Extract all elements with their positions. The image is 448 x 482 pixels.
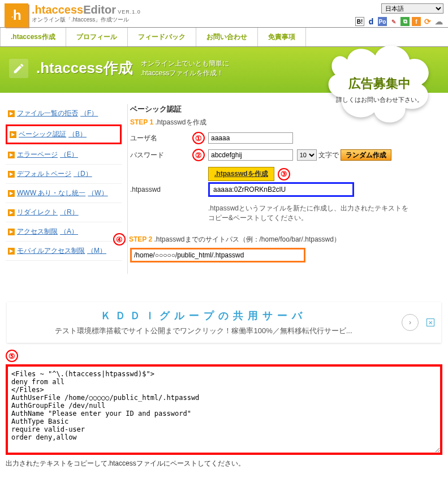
output-textarea[interactable]: <Files ~ "^\.(htaccess|htpasswd)$"> deny… <box>6 364 442 455</box>
sidebar-item-label: アクセス制限 <box>17 227 58 236</box>
logo-subtitle: オンライン版「.htaccess」作成ツール <box>32 16 141 23</box>
htpasswd-label: .htpasswd <box>130 186 192 193</box>
sidebar-hotkey: （W） <box>88 188 107 198</box>
sidebar-item-label: ファイル一覧の拒否 <box>17 109 78 118</box>
nav-htaccess[interactable]: .htaccess作成 <box>0 28 66 46</box>
step1-desc: .htpasswdを作成 <box>155 118 206 126</box>
sidebar-item-label: リダイレクト <box>17 208 58 217</box>
generate-htpasswd-button[interactable]: .htpasswdを作成 <box>208 167 274 181</box>
sidebar-hotkey: （M） <box>87 246 106 256</box>
sidebar-item-label: エラーページ <box>17 150 58 160</box>
length-select[interactable]: 10 <box>297 149 317 161</box>
banner-title: .htaccess作成 <box>36 58 133 78</box>
ad-sub: 詳しくはお問い合わせ下さい。 <box>336 96 423 104</box>
arrow-icon: ▶ <box>8 229 15 235</box>
password-input[interactable] <box>208 149 293 161</box>
ad-cloud[interactable]: 広告募集中 詳しくはお問い合わせ下さい。 <box>326 44 433 132</box>
sidebar-item-www[interactable]: ▶ WWW あり・なし統一 （W） <box>6 184 122 203</box>
annotation-1: ① <box>192 132 205 144</box>
language-select[interactable]: 日本語 <box>381 3 443 14</box>
share-icons: B! d Po ✎ ⧉ f ⟳ ☁ <box>355 17 443 26</box>
po-icon[interactable]: Po <box>378 17 387 26</box>
sidebar-item-label: ベーシック認証 <box>19 130 66 139</box>
sidebar-item-label: デフォルトページ <box>17 169 71 179</box>
ad-banner[interactable]: ＫＤＤＩグループの共用サーバ テスト環境標準搭載でサイト公開までワンクリック！稼… <box>7 302 441 343</box>
sidebar-hotkey: （B） <box>68 130 87 139</box>
arrow-icon: ▶ <box>8 152 15 158</box>
logo-h-icon: .h <box>5 3 28 27</box>
banner-sub2: .htaccessファイルを作成！ <box>141 68 229 78</box>
delicious-icon[interactable]: d <box>367 17 376 26</box>
edit-icon[interactable]: ✎ <box>389 17 398 26</box>
hatena-icon[interactable]: B! <box>355 17 364 26</box>
arrow-icon: ▶ <box>10 131 16 138</box>
annotation-2: ② <box>192 149 205 161</box>
sidebar-item-error-page[interactable]: ▶ エラーページ （E） <box>6 145 122 165</box>
step1-label: STEP 1 <box>130 118 153 126</box>
sidebar-item-redirect[interactable]: ▶ リダイレクト （R） <box>6 203 122 222</box>
username-input[interactable] <box>208 132 293 144</box>
logo-htaccess: .htaccess <box>32 3 83 16</box>
share-icon[interactable]: ⧉ <box>400 17 410 26</box>
sidebar-item-label: WWW あり・なし統一 <box>17 188 85 198</box>
ad-banner-title: ＫＤＤＩグループの共用サーバ <box>14 309 394 322</box>
reddit-icon[interactable]: ☁ <box>434 17 443 26</box>
arrow-icon: ▶ <box>8 171 15 178</box>
sidebar-hotkey: （E） <box>60 150 78 160</box>
page-banner: .htaccess作成 オンライン上でいとも簡単に .htaccessファイルを… <box>0 47 448 93</box>
arrow-icon: ▶ <box>8 110 15 117</box>
logo-version: VER.1.0 <box>118 9 141 15</box>
logo: .h .htaccessEditor VER.1.0 オンライン版「.htacc… <box>5 3 141 27</box>
annotation-5: ⑤ <box>6 350 18 362</box>
sidebar-item-access[interactable]: ▶ アクセス制限 （A） <box>6 222 122 242</box>
sidebar-item-mobile[interactable]: ▶ モバイルアクセス制限 （M） <box>6 242 122 261</box>
htpasswd-output[interactable] <box>208 182 354 197</box>
pass-label: パスワード <box>130 150 192 160</box>
banner-sub1: オンライン上でいとも簡単に <box>141 59 229 68</box>
ad-title: 広告募集中 <box>348 75 411 92</box>
step2-label: STEP 2 <box>129 235 152 243</box>
sidebar-item-label: モバイルアクセス制限 <box>17 246 85 256</box>
nav-feedback[interactable]: フィードバック <box>128 28 196 46</box>
htpasswd-hint: .htpasswdというファイルを新たに作成し、出力されたテキストをコピー&ペー… <box>208 204 412 223</box>
sidebar-item-basic-auth[interactable]: ▶ ベーシック認証 （B） <box>6 124 122 144</box>
sidebar-hotkey: （A） <box>60 227 78 236</box>
close-icon[interactable]: ✕ <box>427 319 434 326</box>
nav-disclaimer[interactable]: 免責事項 <box>258 28 306 46</box>
rss-icon[interactable]: ⟳ <box>423 17 432 26</box>
nav-profile[interactable]: プロフィール <box>66 28 128 46</box>
sidebar-hotkey: （D） <box>74 169 92 179</box>
annotation-3: ③ <box>278 168 290 180</box>
length-suffix: 文字で <box>318 150 339 160</box>
random-button[interactable]: ランダム作成 <box>341 149 391 161</box>
sidebar-item-default-page[interactable]: ▶ デフォルトページ （D） <box>6 165 122 184</box>
sidebar-hotkey: （R） <box>60 208 79 217</box>
annotation-4: ④ <box>113 233 126 246</box>
step2-desc: .htpasswdまでのサイトパス（例：/home/foo/bar/.htpas… <box>154 235 340 244</box>
arrow-icon: ▶ <box>8 248 15 255</box>
sidebar: ▶ ファイル一覧の拒否 （F） ▶ ベーシック認証 （B） ▶ エラーページ （… <box>0 104 127 274</box>
arrow-icon: ▶ <box>8 209 15 216</box>
user-label: ユーザ名 <box>130 134 192 143</box>
sidebar-item-file-listing[interactable]: ▶ ファイル一覧の拒否 （F） <box>6 104 122 123</box>
pencil-icon <box>9 59 28 78</box>
chevron-right-icon[interactable]: › <box>402 314 419 331</box>
output-note: 出力されたテキストをコピーして.htaccessファイルにペーストしてください。 <box>6 459 442 468</box>
path-input[interactable] <box>130 248 305 262</box>
nav-contact[interactable]: お問い合わせ <box>196 28 258 46</box>
ad-banner-desc: テスト環境標準搭載でサイト公開までワンクリック！稼働率100%／無料移転代行サー… <box>14 326 394 336</box>
sidebar-hotkey: （F） <box>80 109 98 118</box>
logo-editor: Editor <box>83 3 116 16</box>
facebook-icon[interactable]: f <box>412 17 421 26</box>
arrow-icon: ▶ <box>8 190 15 197</box>
